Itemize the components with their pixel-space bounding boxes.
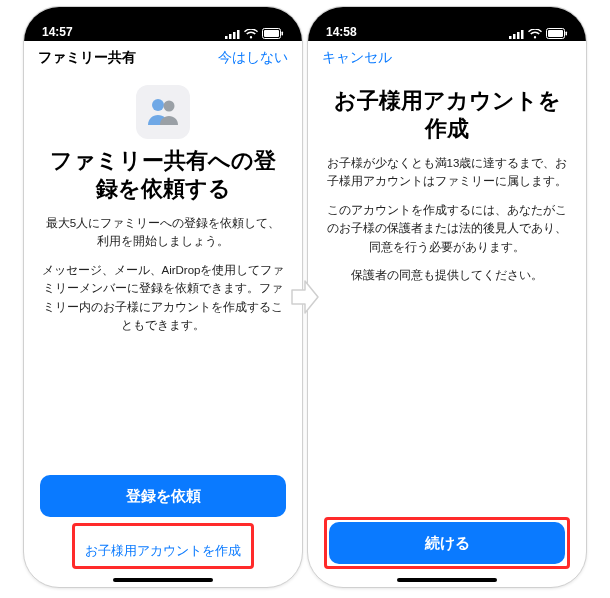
content-area: お子様用アカウントを作成 お子様が少なくとも満13歳に達するまで、お子様用アカウ… [308,75,586,517]
status-indicators [225,28,284,39]
svg-rect-3 [237,30,240,39]
highlight-box: 続ける [324,517,570,569]
nav-bar: ファミリー共有 今はしない [24,41,302,75]
home-indicator [113,578,213,582]
nav-cancel-button[interactable]: キャンセル [322,49,402,67]
bottom-actions: 登録を依頼 お子様用アカウントを作成 [24,475,302,587]
content-area: ファミリー共有への登録を依頼する 最大5人にファミリーへの登録を依頼して、利用を… [24,75,302,475]
arrow-right-icon [290,279,320,319]
phone-left: 14:57 ファミリー共有 今はしない ファミリー共有への登録を依頼する [23,6,303,588]
svg-rect-1 [229,34,232,39]
status-time: 14:58 [326,25,357,39]
svg-rect-11 [517,32,520,39]
notch [103,7,223,29]
highlight-box: お子様用アカウントを作成 [72,523,254,569]
cellular-signal-icon [509,29,524,39]
page-heading: ファミリー共有への登録を依頼する [40,147,286,202]
svg-point-7 [152,99,164,111]
paragraph-2: メッセージ、メール、AirDropを使用してファミリーメンバーに登録を依頼できま… [40,261,286,335]
cellular-signal-icon [225,29,240,39]
notch [387,7,507,29]
svg-point-8 [164,101,175,112]
continue-button[interactable]: 続ける [329,522,565,564]
svg-rect-14 [548,30,563,37]
home-indicator [397,578,497,582]
status-time: 14:57 [42,25,73,39]
nav-skip-button[interactable]: 今はしない [208,49,288,67]
svg-rect-0 [225,36,228,39]
paragraph-1: 最大5人にファミリーへの登録を依頼して、利用を開始しましょう。 [40,214,286,251]
paragraph-3: 保護者の同意も提供してください。 [351,266,543,284]
svg-rect-15 [566,32,568,36]
phone-right: 14:58 キャンセル お子様用アカウントを作成 お子様が少なくとも満13歳に達… [307,6,587,588]
status-indicators [509,28,568,39]
battery-icon [262,28,284,39]
battery-icon [546,28,568,39]
svg-rect-5 [264,30,279,37]
nav-title: ファミリー共有 [38,49,136,67]
bottom-actions: 続ける [308,517,586,587]
svg-rect-12 [521,30,524,39]
svg-rect-9 [509,36,512,39]
page-heading: お子様用アカウントを作成 [324,87,570,142]
paragraph-2: このアカウントを作成するには、あなたがこのお子様の保護者または法的後見人であり、… [324,201,570,256]
svg-rect-6 [282,32,284,36]
svg-rect-2 [233,32,236,39]
create-child-account-button[interactable]: お子様用アカウントを作成 [77,538,249,564]
nav-bar: キャンセル [308,41,586,75]
paragraph-1: お子様が少なくとも満13歳に達するまで、お子様用アカウントはファミリーに属します… [324,154,570,191]
wifi-icon [244,29,258,39]
family-silhouette-icon [136,85,190,139]
invite-button[interactable]: 登録を依頼 [40,475,286,517]
wifi-icon [528,29,542,39]
svg-rect-10 [513,34,516,39]
